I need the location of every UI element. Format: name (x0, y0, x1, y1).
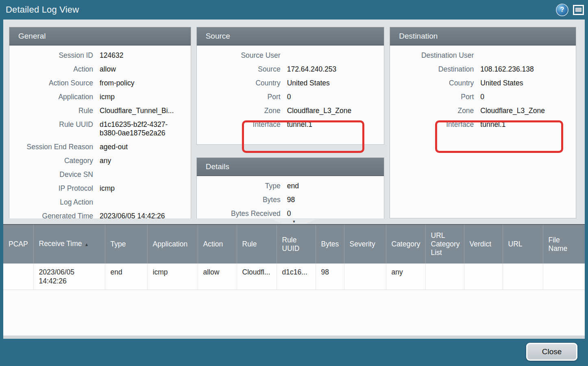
column-header-action[interactable]: Action (198, 225, 237, 264)
panel-table-splitter: ▼ (3, 218, 585, 224)
title-bar: Detailed Log View ? (0, 0, 588, 20)
field-bytes-received: Bytes Received0 (197, 209, 378, 218)
general-panel: General Session ID124632 Actionallow Act… (9, 27, 191, 218)
field-device-sn: Device SN (9, 170, 184, 179)
details-panel: Details Typeend Bytes98 Bytes Received0 (196, 157, 385, 218)
window-icon-inner (575, 8, 581, 12)
field-destination-port: Port0 (390, 93, 569, 101)
cell-pcap (3, 264, 33, 290)
source-panel-title: Source (197, 27, 384, 46)
field-application: Applicationicmp (9, 93, 184, 101)
log-table-row[interactable]: 2023/06/05 14:42:26 end icmp allow Cloud… (3, 264, 585, 290)
field-destination-user: Destination User (390, 51, 569, 60)
cell-action: allow (198, 264, 237, 290)
column-header-severity[interactable]: Severity (344, 225, 386, 264)
cell-rule: Cloudfl... (237, 264, 277, 290)
help-icon[interactable]: ? (557, 4, 568, 15)
field-type: Typeend (197, 182, 378, 190)
field-session-end-reason: Session End Reasonaged-out (9, 143, 184, 151)
field-rule-uuid: Rule UUIDd1c16235-b2f2-4327-b380-0ae1875… (9, 120, 184, 137)
dialog-title: Detailed Log View (6, 4, 557, 15)
title-bar-icons: ? (557, 4, 584, 15)
field-source-country: CountryUnited States (197, 79, 378, 87)
log-table-section: PCAP Receive Time▲ Type Application Acti… (3, 224, 585, 336)
source-panel: Source Source User Source172.64.240.253 … (196, 27, 385, 145)
cell-verdict (464, 264, 503, 290)
window-icon[interactable] (573, 5, 584, 15)
column-header-file-name[interactable]: File Name (543, 225, 585, 264)
field-action: Actionallow (9, 65, 184, 74)
column-header-url[interactable]: URL (503, 225, 543, 264)
general-panel-body: Session ID124632 Actionallow Action Sour… (9, 46, 191, 218)
sort-ascending-icon: ▲ (85, 242, 89, 247)
destination-panel-title: Destination (390, 27, 576, 46)
field-ip-protocol: IP Protocolicmp (9, 184, 184, 193)
cell-type: end (105, 264, 147, 290)
chevron-down-icon: ▼ (292, 220, 296, 224)
cell-rule-uuid: d1c16... (277, 264, 316, 290)
field-rule: RuleCloudflare_Tunnel_Bi... (9, 107, 184, 115)
general-panel-title: General (9, 27, 191, 46)
field-log-action: Log Action (9, 198, 184, 207)
field-action-source: Action Sourcefrom-policy (9, 79, 184, 87)
destination-panel: Destination Destination User Destination… (390, 27, 576, 218)
field-category: Categoryany (9, 157, 184, 165)
field-bytes: Bytes98 (197, 196, 378, 204)
column-header-url-category-list[interactable]: URL Category List (425, 225, 464, 264)
field-destination-country: CountryUnited States (390, 79, 569, 87)
field-source: Source172.64.240.253 (197, 65, 378, 74)
column-header-bytes[interactable]: Bytes (316, 225, 344, 264)
table-bottom-scroll-strip (3, 336, 585, 339)
field-source-zone: ZoneCloudflare_L3_Zone (197, 107, 378, 115)
destination-panel-body: Destination User Destination108.162.236.… (390, 46, 576, 218)
close-button[interactable]: Close (526, 343, 577, 361)
source-panel-body: Source User Source172.64.240.253 Country… (197, 46, 384, 144)
dialog-footer: Close (0, 339, 588, 366)
cell-file-name (543, 264, 585, 290)
column-header-application[interactable]: Application (147, 225, 198, 264)
log-table-header-row: PCAP Receive Time▲ Type Application Acti… (3, 225, 585, 264)
cell-category: any (386, 264, 425, 290)
cell-severity (344, 264, 386, 290)
field-source-user: Source User (197, 51, 378, 60)
field-source-interface: Interfacetunnel.1 (197, 120, 378, 129)
field-generated-time: Generated Time2023/06/05 14:42:26 (9, 212, 184, 218)
field-destination-zone: ZoneCloudflare_L3_Zone (390, 107, 569, 115)
log-table: PCAP Receive Time▲ Type Application Acti… (3, 225, 585, 290)
cell-receive-time: 2023/06/05 14:42:26 (33, 264, 105, 290)
column-header-rule-uuid[interactable]: Rule UUID (277, 225, 316, 264)
log-detail-panels: General Session ID124632 Actionallow Act… (3, 20, 585, 218)
field-source-port: Port0 (197, 93, 378, 101)
cell-application: icmp (147, 264, 198, 290)
cell-url-category-list (425, 264, 464, 290)
column-header-rule[interactable]: Rule (237, 225, 277, 264)
cell-url (503, 264, 543, 290)
details-panel-title: Details (197, 158, 384, 176)
field-destination-interface: Interfacetunnel.1 (390, 120, 569, 129)
column-header-pcap[interactable]: PCAP (3, 225, 33, 264)
cell-bytes: 98 (316, 264, 344, 290)
splitter-collapse-handle[interactable]: ▼ (272, 219, 316, 224)
column-header-receive-time[interactable]: Receive Time▲ (33, 225, 105, 264)
detailed-log-view-dialog: Detailed Log View ? General Session ID12… (0, 0, 588, 366)
field-session-id: Session ID124632 (9, 51, 184, 60)
details-panel-body: Typeend Bytes98 Bytes Received0 (197, 176, 384, 218)
column-header-type[interactable]: Type (105, 225, 147, 264)
field-destination: Destination108.162.236.138 (390, 65, 569, 74)
column-header-verdict[interactable]: Verdict (464, 225, 503, 264)
column-header-category[interactable]: Category (386, 225, 425, 264)
